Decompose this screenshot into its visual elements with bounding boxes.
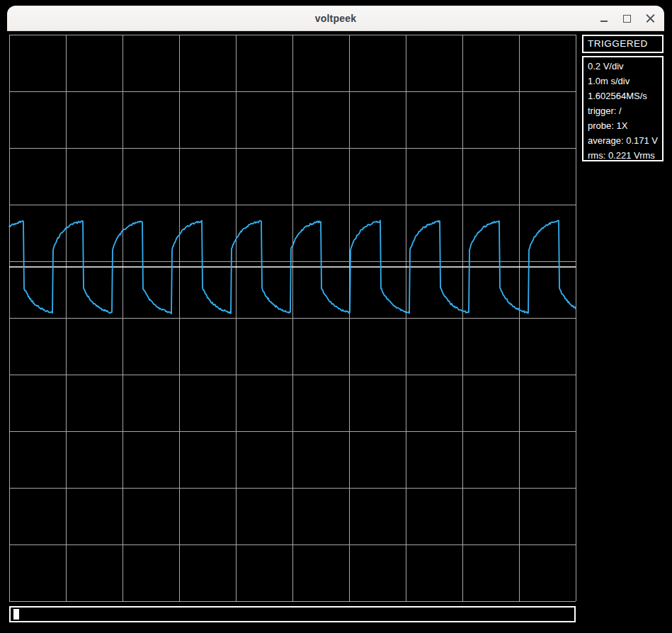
readout-probe: probe: 1X <box>588 118 662 133</box>
app-window: voltpeek TRIGGERED 0.2 V/div 1.0m s/div … <box>7 6 664 633</box>
readout-sample-rate: 1.602564MS/s <box>588 89 662 103</box>
readout-rms: rms: 0.221 Vrms <box>588 148 662 163</box>
readout-box: 0.2 V/div 1.0m s/div 1.602564MS/s trigge… <box>582 56 664 161</box>
readout-average: average: 0.171 V <box>588 133 662 148</box>
text-cursor <box>13 609 19 620</box>
command-input[interactable] <box>9 606 576 622</box>
status-panel: TRIGGERED 0.2 V/div 1.0m s/div 1.602564M… <box>582 35 664 161</box>
trigger-status-badge: TRIGGERED <box>582 35 664 53</box>
readout-volts-per-div: 0.2 V/div <box>588 59 662 74</box>
graticule <box>9 35 576 602</box>
readout-trigger-slope: trigger: / <box>588 103 662 118</box>
readout-time-per-div: 1.0m s/div <box>588 74 662 89</box>
oscilloscope-display <box>0 0 672 633</box>
